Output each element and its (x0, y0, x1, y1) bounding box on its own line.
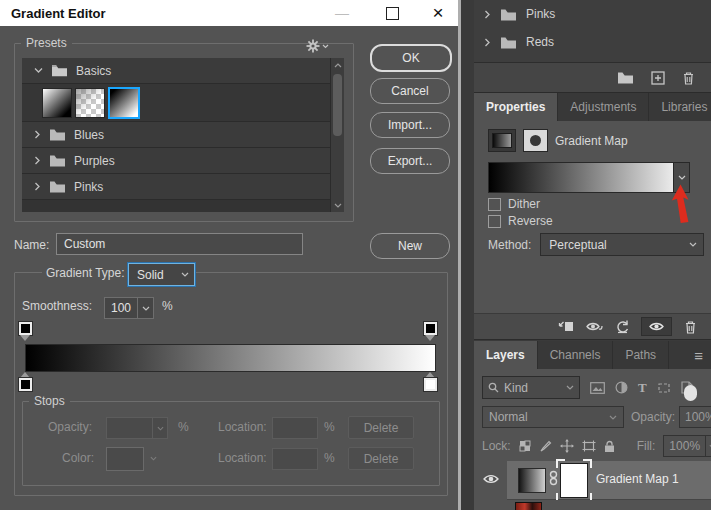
location-label-bottom: Location: (218, 451, 267, 465)
folder-label: Purples (74, 154, 115, 168)
new-gradient-button[interactable] (651, 71, 665, 85)
reverse-checkbox[interactable]: Reverse (488, 214, 553, 228)
cancel-button[interactable]: Cancel (370, 78, 450, 104)
preset-thumb-foreground-to-transparent[interactable] (75, 88, 105, 118)
lock-transparency-icon[interactable] (519, 440, 531, 452)
layer-visibility-eye-icon[interactable] (483, 473, 499, 485)
gradients-folder-reds[interactable]: Reds (474, 28, 711, 56)
gradients-panel-list: Pinks Reds (474, 0, 711, 63)
adjustment-title: Gradient Map (555, 134, 628, 148)
fill-label: Fill: (637, 439, 656, 453)
color-label: Color: (62, 451, 94, 465)
adjustment-header: Gradient Map (488, 129, 628, 152)
chevron-right-icon (484, 38, 491, 47)
lock-artboard-icon[interactable] (582, 440, 596, 452)
opacity-label: Opacity: (631, 410, 675, 424)
preset-folder-purples[interactable]: Purples (22, 148, 344, 174)
color-stop-swatch (19, 378, 32, 391)
opacity-stop-swatch (19, 322, 32, 335)
tab-layers[interactable]: Layers (474, 341, 538, 369)
name-input[interactable]: Custom (56, 233, 303, 255)
lock-position-move-icon[interactable] (560, 439, 574, 453)
export-button[interactable]: Export... (370, 148, 450, 174)
preset-folder-blues[interactable]: Blues (22, 122, 344, 148)
filter-pixel-layers-icon[interactable] (590, 382, 605, 394)
layers-panel: Kind T (474, 369, 711, 510)
layer-fill-select[interactable]: 100% (663, 435, 711, 457)
layer-thumbnail-gradient[interactable] (518, 468, 546, 493)
smoothness-value: 100 (105, 298, 137, 318)
filter-shape-layers-icon[interactable] (657, 382, 671, 394)
method-select[interactable]: Perceptual (540, 233, 704, 256)
presets-scrollbar[interactable] (330, 58, 344, 212)
folder-icon (49, 180, 66, 193)
minimize-button[interactable]: — (322, 0, 362, 26)
blend-mode-select[interactable]: Normal (482, 406, 624, 428)
color-stop-left[interactable] (18, 372, 32, 391)
delete-opacity-stop-button: Delete (348, 416, 414, 439)
panels-column: Pinks Reds (458, 0, 711, 510)
maximize-button[interactable] (372, 0, 412, 26)
color-stop-right[interactable] (423, 372, 437, 391)
dither-checkbox[interactable]: Dither (488, 197, 540, 211)
gradient-preview-bar[interactable] (25, 344, 436, 372)
import-button[interactable]: Import... (370, 112, 450, 138)
chevron-right-icon (34, 130, 41, 139)
clip-to-layer-icon[interactable] (558, 320, 574, 333)
layer-row-gradient-map[interactable]: Gradient Map 1 (474, 461, 711, 499)
chevron-right-icon (34, 182, 41, 191)
lock-pixels-brush-icon[interactable] (539, 440, 552, 453)
color-stop-swatch (424, 378, 437, 391)
reset-icon[interactable] (616, 320, 629, 334)
scroll-down-icon[interactable] (331, 198, 344, 212)
location-unit-top: % (324, 420, 335, 434)
preset-thumb-black-to-white[interactable] (108, 87, 140, 119)
panel-menu-icon[interactable]: ≡ (694, 341, 711, 369)
layer-row-partial[interactable] (474, 500, 711, 510)
scrollbar-thumb[interactable] (333, 74, 342, 136)
layer-opacity-select[interactable]: 100% (679, 406, 711, 428)
kind-filter-select[interactable]: Kind (482, 376, 580, 399)
layer-mask-thumbnail-selected[interactable] (560, 463, 588, 498)
preset-folder-pinks[interactable]: Pinks (22, 174, 344, 200)
visibility-toggle-active[interactable] (641, 317, 672, 336)
tab-paths[interactable]: Paths (613, 341, 669, 369)
tab-properties[interactable]: Properties (474, 93, 558, 121)
mask-selection-bracket (556, 459, 565, 468)
new-button[interactable]: New (370, 233, 450, 259)
gradients-folder-pinks[interactable]: Pinks (474, 0, 711, 28)
filter-adjustment-layers-icon[interactable] (615, 381, 628, 394)
tab-libraries[interactable]: Libraries (649, 93, 711, 121)
smoothness-select[interactable]: 100 (104, 297, 154, 319)
filter-type-layers-icon[interactable]: T (638, 380, 647, 396)
properties-panel: Gradient Map Dither Reverse Method: Perc… (474, 121, 711, 313)
gradients-panel-toolbar (474, 63, 711, 93)
view-previous-state-icon[interactable] (586, 320, 604, 333)
dither-label: Dither (508, 197, 540, 211)
filter-toggle-pin[interactable] (684, 385, 697, 401)
chevron-right-icon (34, 156, 41, 165)
maximize-icon (386, 7, 399, 20)
gradient-type-select[interactable]: Solid (128, 263, 195, 286)
tab-channels[interactable]: Channels (538, 341, 614, 369)
presets-menu-button[interactable] (306, 38, 332, 54)
ok-button[interactable]: OK (370, 44, 452, 72)
lock-all-icon[interactable] (604, 440, 615, 453)
scroll-up-icon[interactable] (331, 58, 344, 72)
new-group-button[interactable] (617, 71, 634, 84)
delete-adjustment-icon[interactable] (684, 320, 697, 334)
mask-link-icon[interactable] (549, 470, 558, 486)
close-button[interactable]: × (418, 0, 458, 26)
gradient-picker-chevron[interactable] (673, 163, 689, 192)
opacity-stop-left[interactable] (18, 322, 32, 341)
gradient-map-preview[interactable] (488, 162, 690, 193)
location-input-top-disabled (272, 417, 318, 439)
opacity-stop-right[interactable] (423, 322, 437, 341)
delete-gradient-button[interactable] (682, 71, 695, 85)
chevron-down-icon (152, 418, 167, 438)
tab-adjustments[interactable]: Adjustments (558, 93, 649, 121)
delete-color-stop-button: Delete (348, 447, 414, 470)
folder-label: Basics (76, 64, 111, 78)
preset-folder-basics[interactable]: Basics (22, 58, 344, 84)
preset-thumb-foreground-to-background[interactable] (42, 88, 72, 118)
